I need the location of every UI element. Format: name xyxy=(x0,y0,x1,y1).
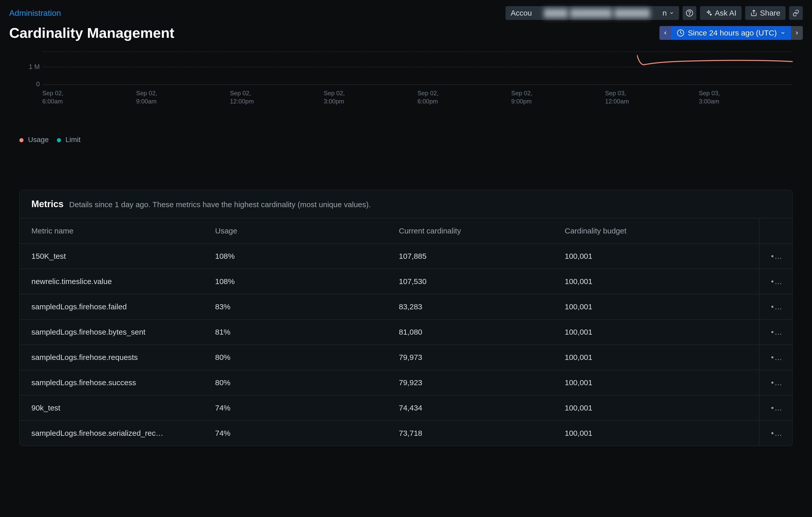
cell-current-cardinality: 83,283 xyxy=(387,294,553,320)
share-button[interactable]: Share xyxy=(745,6,785,20)
legend-item-usage[interactable]: Usage xyxy=(20,136,49,144)
ask-ai-button[interactable]: Ask AI xyxy=(700,6,742,20)
cell-usage: 80% xyxy=(203,370,387,396)
account-name-obscured: ████ ███████ ██████ xyxy=(534,9,660,17)
x-axis-tick: Sep 02, 12:00pm xyxy=(230,89,324,106)
clock-icon xyxy=(677,29,685,37)
time-next-button[interactable] xyxy=(791,26,803,40)
legend-item-limit[interactable]: Limit xyxy=(57,136,81,144)
table-row[interactable]: newrelic.timeslice.value108%107,530100,0… xyxy=(20,269,792,294)
row-actions-button[interactable]: ••• xyxy=(759,269,792,294)
table-row[interactable]: sampledLogs.firehose.serialized_rec…74%7… xyxy=(20,421,792,446)
cell-metric-name: sampledLogs.firehose.bytes_sent xyxy=(20,320,203,345)
y-axis-label: 0 xyxy=(20,80,40,88)
x-axis-tick: Sep 03, 12:00am xyxy=(605,89,699,106)
cell-cardinality-budget: 100,001 xyxy=(553,345,759,370)
x-axis-tick: Sep 02, 9:00am xyxy=(136,89,230,106)
breadcrumb[interactable]: Administration xyxy=(9,8,61,18)
account-prefix-label: Accou xyxy=(511,9,532,17)
cell-current-cardinality: 74,434 xyxy=(387,396,553,421)
chevron-down-icon xyxy=(669,11,674,15)
cell-metric-name: newrelic.timeslice.value xyxy=(20,269,203,294)
x-axis-tick: Sep 02, 6:00pm xyxy=(417,89,512,106)
cell-current-cardinality: 81,080 xyxy=(387,320,553,345)
cell-cardinality-budget: 100,001 xyxy=(553,320,759,345)
chart-legend: Usage Limit xyxy=(20,136,792,144)
time-range-label: Since 24 hours ago (UTC) xyxy=(688,29,777,37)
row-actions-button[interactable]: ••• xyxy=(759,421,792,446)
cell-usage: 74% xyxy=(203,396,387,421)
table-row[interactable]: sampledLogs.firehose.bytes_sent81%81,080… xyxy=(20,320,792,345)
table-row[interactable]: 90k_test74%74,434100,001••• xyxy=(20,396,792,421)
col-header-current[interactable]: Current cardinality xyxy=(387,218,553,244)
account-suffix-label: n xyxy=(663,9,667,17)
chevron-down-icon xyxy=(780,30,785,35)
cell-cardinality-budget: 100,001 xyxy=(553,294,759,320)
x-axis-tick: Sep 02, 6:00am xyxy=(42,89,136,106)
col-header-budget[interactable]: Cardinality budget xyxy=(553,218,759,244)
cell-metric-name: sampledLogs.firehose.success xyxy=(20,370,203,396)
cell-metric-name: sampledLogs.firehose.serialized_rec… xyxy=(20,421,203,446)
page-title: Cardinality Management xyxy=(9,25,174,41)
cell-current-cardinality: 79,923 xyxy=(387,370,553,396)
panel-title: Metrics xyxy=(31,199,63,210)
cell-usage: 83% xyxy=(203,294,387,320)
table-row[interactable]: 150K_test108%107,885100,001••• xyxy=(20,244,792,269)
table-row[interactable]: sampledLogs.firehose.failed83%83,283100,… xyxy=(20,294,792,320)
cell-current-cardinality: 73,718 xyxy=(387,421,553,446)
legend-dot-icon xyxy=(57,138,61,142)
usage-series-line xyxy=(637,55,792,68)
col-header-usage[interactable]: Usage xyxy=(203,218,387,244)
help-button[interactable] xyxy=(683,6,696,20)
cell-cardinality-budget: 100,001 xyxy=(553,421,759,446)
row-actions-button[interactable]: ••• xyxy=(759,294,792,320)
cell-cardinality-budget: 100,001 xyxy=(553,269,759,294)
table-row[interactable]: sampledLogs.firehose.success80%79,923100… xyxy=(20,370,792,396)
legend-dot-icon xyxy=(20,138,24,142)
ask-ai-label: Ask AI xyxy=(715,9,736,17)
row-actions-button[interactable]: ••• xyxy=(759,370,792,396)
cell-usage: 81% xyxy=(203,320,387,345)
cell-current-cardinality: 79,973 xyxy=(387,345,553,370)
row-actions-button[interactable]: ••• xyxy=(759,320,792,345)
table-row[interactable]: sampledLogs.firehose.requests80%79,97310… xyxy=(20,345,792,370)
cell-cardinality-budget: 100,001 xyxy=(553,396,759,421)
cell-metric-name: 150K_test xyxy=(20,244,203,269)
cell-usage: 74% xyxy=(203,421,387,446)
share-label: Share xyxy=(760,9,780,17)
cell-usage: 80% xyxy=(203,345,387,370)
metrics-table: Metric name Usage Current cardinality Ca… xyxy=(20,218,792,446)
cell-current-cardinality: 107,885 xyxy=(387,244,553,269)
cell-cardinality-budget: 100,001 xyxy=(553,244,759,269)
time-range-button[interactable]: Since 24 hours ago (UTC) xyxy=(671,26,791,40)
help-icon xyxy=(686,9,693,17)
cell-usage: 108% xyxy=(203,269,387,294)
cell-cardinality-budget: 100,001 xyxy=(553,370,759,396)
cell-usage: 108% xyxy=(203,244,387,269)
panel-subtitle: Details since 1 day ago. These metrics h… xyxy=(69,200,371,209)
x-axis-tick: Sep 02, 3:00pm xyxy=(324,89,418,106)
link-icon xyxy=(792,9,800,17)
time-range-picker[interactable]: Since 24 hours ago (UTC) xyxy=(659,26,803,40)
copy-link-button[interactable] xyxy=(789,6,803,20)
legend-label: Usage xyxy=(28,136,49,143)
sparkle-icon xyxy=(705,9,712,17)
col-header-name[interactable]: Metric name xyxy=(20,218,203,244)
y-axis-label: 1 M xyxy=(20,63,40,71)
row-actions-button[interactable]: ••• xyxy=(759,396,792,421)
col-header-actions xyxy=(759,218,792,244)
cell-metric-name: sampledLogs.firehose.failed xyxy=(20,294,203,320)
svg-point-1 xyxy=(689,15,690,15)
cell-current-cardinality: 107,530 xyxy=(387,269,553,294)
account-selector[interactable]: Accou ████ ███████ ██████ n xyxy=(505,6,679,20)
cardinality-chart: 1 M 0 Sep 02, 6:00am Sep 02, 9:00am Sep … xyxy=(9,51,803,144)
metrics-panel: Metrics Details since 1 day ago. These m… xyxy=(20,190,792,446)
row-actions-button[interactable]: ••• xyxy=(759,244,792,269)
share-icon xyxy=(750,9,757,17)
x-axis-tick: Sep 03, 3:00am xyxy=(699,89,793,106)
table-header-row: Metric name Usage Current cardinality Ca… xyxy=(20,218,792,244)
row-actions-button[interactable]: ••• xyxy=(759,345,792,370)
x-axis-labels: Sep 02, 6:00am Sep 02, 9:00am Sep 02, 12… xyxy=(42,89,792,106)
x-axis-tick: Sep 02, 9:00pm xyxy=(512,89,605,106)
time-prev-button[interactable] xyxy=(659,26,671,40)
